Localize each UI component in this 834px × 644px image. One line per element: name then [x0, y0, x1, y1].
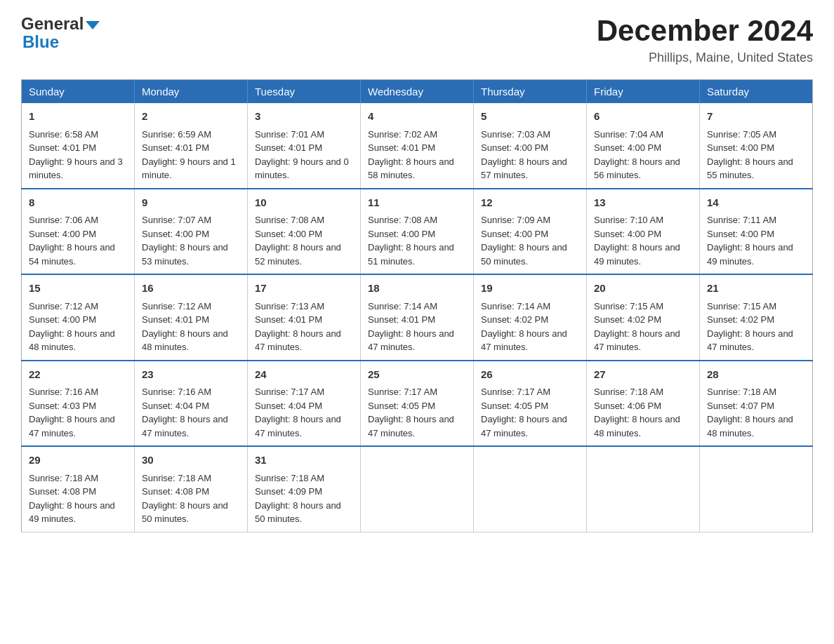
day-daylight: Daylight: 8 hours and 48 minutes. — [707, 414, 793, 438]
day-sunset: Sunset: 4:05 PM — [481, 401, 548, 411]
table-row: 13 Sunrise: 7:10 AM Sunset: 4:00 PM Dayl… — [587, 189, 700, 275]
day-sunset: Sunset: 4:02 PM — [707, 314, 774, 325]
logo-general-text: General — [21, 14, 84, 34]
day-sunset: Sunset: 4:00 PM — [594, 229, 661, 239]
day-daylight: Daylight: 9 hours and 0 minutes. — [255, 156, 349, 181]
day-daylight: Daylight: 8 hours and 53 minutes. — [142, 242, 228, 267]
day-daylight: Daylight: 8 hours and 47 minutes. — [707, 328, 793, 353]
day-daylight: Daylight: 8 hours and 47 minutes. — [481, 414, 567, 438]
day-sunrise: Sunrise: 7:16 AM — [142, 387, 211, 397]
table-row: 10 Sunrise: 7:08 AM Sunset: 4:00 PM Dayl… — [248, 189, 361, 275]
day-sunrise: Sunrise: 7:15 AM — [707, 301, 776, 311]
day-sunrise: Sunrise: 7:16 AM — [29, 387, 98, 397]
day-number: 23 — [142, 367, 240, 383]
calendar-week-row: 22 Sunrise: 7:16 AM Sunset: 4:03 PM Dayl… — [22, 361, 813, 447]
day-number: 29 — [29, 452, 127, 469]
day-sunrise: Sunrise: 7:08 AM — [368, 215, 437, 225]
day-daylight: Daylight: 9 hours and 3 minutes. — [29, 156, 123, 181]
table-row: 31 Sunrise: 7:18 AM Sunset: 4:09 PM Dayl… — [248, 446, 361, 532]
day-daylight: Daylight: 8 hours and 48 minutes. — [29, 328, 115, 353]
day-sunset: Sunset: 4:00 PM — [368, 229, 435, 239]
day-sunset: Sunset: 4:01 PM — [29, 142, 96, 153]
day-number: 5 — [481, 109, 579, 125]
day-daylight: Daylight: 8 hours and 47 minutes. — [594, 328, 680, 353]
day-daylight: Daylight: 9 hours and 1 minute. — [142, 156, 236, 181]
day-sunrise: Sunrise: 7:14 AM — [368, 301, 437, 311]
day-sunset: Sunset: 4:00 PM — [142, 229, 209, 239]
day-daylight: Daylight: 8 hours and 47 minutes. — [481, 328, 567, 353]
day-number: 12 — [481, 195, 579, 211]
table-row: 28 Sunrise: 7:18 AM Sunset: 4:07 PM Dayl… — [700, 361, 813, 447]
day-sunrise: Sunrise: 7:12 AM — [142, 301, 211, 311]
col-monday: Monday — [135, 80, 248, 104]
logo-arrow-icon — [86, 21, 100, 29]
day-sunset: Sunset: 4:05 PM — [368, 401, 435, 411]
day-number: 20 — [594, 281, 692, 297]
day-sunset: Sunset: 4:04 PM — [142, 401, 209, 411]
day-sunrise: Sunrise: 7:15 AM — [594, 301, 663, 311]
day-daylight: Daylight: 8 hours and 50 minutes. — [481, 242, 567, 267]
day-sunrise: Sunrise: 7:17 AM — [368, 387, 437, 397]
day-sunset: Sunset: 4:01 PM — [142, 314, 209, 325]
day-number: 7 — [707, 109, 805, 125]
day-daylight: Daylight: 8 hours and 50 minutes. — [255, 500, 341, 525]
day-number: 31 — [255, 452, 353, 469]
day-number: 9 — [142, 195, 240, 211]
calendar-header-row: Sunday Monday Tuesday Wednesday Thursday… — [22, 80, 813, 104]
calendar-subtitle: Phillips, Maine, United States — [597, 51, 813, 65]
logo-blue-text: Blue — [21, 32, 100, 52]
day-sunset: Sunset: 4:01 PM — [368, 314, 435, 325]
day-sunrise: Sunrise: 6:59 AM — [142, 129, 211, 140]
day-sunset: Sunset: 4:00 PM — [255, 229, 322, 239]
day-sunset: Sunset: 4:00 PM — [29, 229, 96, 239]
day-number: 15 — [29, 281, 127, 297]
day-daylight: Daylight: 8 hours and 49 minutes. — [594, 242, 680, 267]
table-row: 27 Sunrise: 7:18 AM Sunset: 4:06 PM Dayl… — [587, 361, 700, 447]
day-number: 2 — [142, 109, 240, 125]
day-number: 4 — [368, 109, 466, 125]
table-row: 23 Sunrise: 7:16 AM Sunset: 4:04 PM Dayl… — [135, 361, 248, 447]
day-number: 3 — [255, 109, 353, 125]
day-sunset: Sunset: 4:06 PM — [594, 401, 661, 411]
table-row — [474, 446, 587, 532]
col-saturday: Saturday — [700, 80, 813, 104]
day-daylight: Daylight: 8 hours and 58 minutes. — [368, 156, 454, 181]
day-sunrise: Sunrise: 7:07 AM — [142, 215, 211, 225]
day-sunset: Sunset: 4:02 PM — [481, 314, 548, 325]
table-row: 30 Sunrise: 7:18 AM Sunset: 4:08 PM Dayl… — [135, 446, 248, 532]
day-number: 21 — [707, 281, 805, 297]
day-sunset: Sunset: 4:00 PM — [594, 142, 661, 153]
calendar-table: Sunday Monday Tuesday Wednesday Thursday… — [21, 79, 813, 532]
day-daylight: Daylight: 8 hours and 50 minutes. — [142, 500, 228, 525]
table-row: 12 Sunrise: 7:09 AM Sunset: 4:00 PM Dayl… — [474, 189, 587, 275]
table-row: 9 Sunrise: 7:07 AM Sunset: 4:00 PM Dayli… — [135, 189, 248, 275]
table-row: 20 Sunrise: 7:15 AM Sunset: 4:02 PM Dayl… — [587, 274, 700, 361]
day-number: 10 — [255, 195, 353, 211]
day-number: 25 — [368, 367, 466, 383]
day-sunset: Sunset: 4:08 PM — [29, 486, 96, 497]
day-daylight: Daylight: 8 hours and 49 minutes. — [29, 500, 115, 525]
day-daylight: Daylight: 8 hours and 47 minutes. — [255, 328, 341, 353]
table-row: 17 Sunrise: 7:13 AM Sunset: 4:01 PM Dayl… — [248, 274, 361, 361]
day-number: 18 — [368, 281, 466, 297]
table-row: 15 Sunrise: 7:12 AM Sunset: 4:00 PM Dayl… — [22, 274, 135, 361]
table-row: 8 Sunrise: 7:06 AM Sunset: 4:00 PM Dayli… — [22, 189, 135, 275]
day-daylight: Daylight: 8 hours and 48 minutes. — [142, 328, 228, 353]
day-daylight: Daylight: 8 hours and 57 minutes. — [481, 156, 567, 181]
table-row: 22 Sunrise: 7:16 AM Sunset: 4:03 PM Dayl… — [22, 361, 135, 447]
calendar-week-row: 1 Sunrise: 6:58 AM Sunset: 4:01 PM Dayli… — [22, 103, 813, 189]
table-row: 6 Sunrise: 7:04 AM Sunset: 4:00 PM Dayli… — [587, 103, 700, 189]
day-sunset: Sunset: 4:00 PM — [707, 229, 774, 239]
day-sunset: Sunset: 4:08 PM — [142, 486, 209, 497]
col-tuesday: Tuesday — [248, 80, 361, 104]
day-sunrise: Sunrise: 7:02 AM — [368, 129, 437, 140]
day-daylight: Daylight: 8 hours and 51 minutes. — [368, 242, 454, 267]
day-daylight: Daylight: 8 hours and 54 minutes. — [29, 242, 115, 267]
table-row: 16 Sunrise: 7:12 AM Sunset: 4:01 PM Dayl… — [135, 274, 248, 361]
col-friday: Friday — [587, 80, 700, 104]
table-row: 3 Sunrise: 7:01 AM Sunset: 4:01 PM Dayli… — [248, 103, 361, 189]
day-sunrise: Sunrise: 7:09 AM — [481, 215, 550, 225]
table-row: 7 Sunrise: 7:05 AM Sunset: 4:00 PM Dayli… — [700, 103, 813, 189]
day-number: 28 — [707, 367, 805, 383]
day-number: 13 — [594, 195, 692, 211]
